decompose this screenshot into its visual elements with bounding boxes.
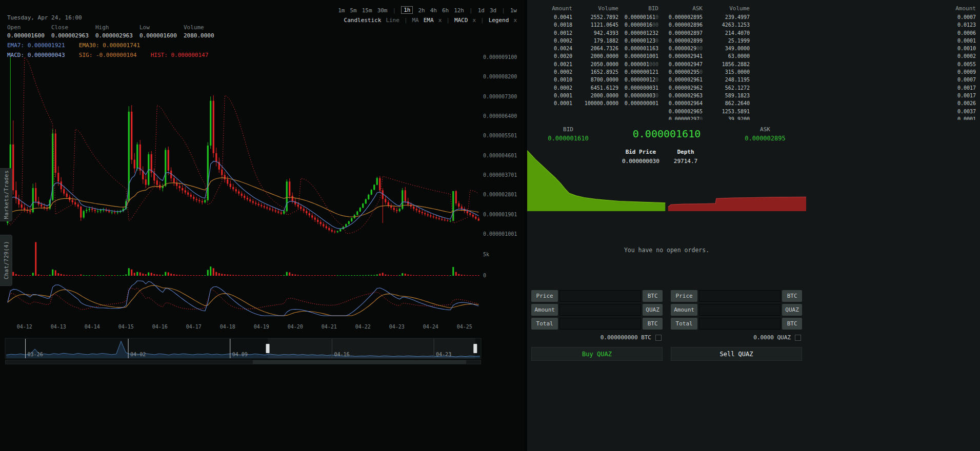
ask-amount-cell[interactable]: 0.0017 — [754, 84, 980, 92]
btc-balance[interactable]: 0.000000000 BTC — [601, 334, 651, 341]
bid-amount-cell[interactable]: 0.0002 — [527, 68, 576, 76]
bid-price-cell[interactable]: 0.000001000 — [623, 60, 663, 68]
remove-indicator-button[interactable]: x — [513, 17, 517, 24]
timeframe-button-12h[interactable]: 12h — [454, 7, 464, 14]
timeframe-button-15m[interactable]: 15m — [362, 7, 372, 14]
bid-price-cell[interactable]: 0.000001163 — [623, 45, 663, 52]
bid-amount-cell[interactable]: 0.0001 — [527, 92, 576, 99]
navigator-handle-left[interactable] — [266, 344, 270, 353]
bid-price-cell[interactable] — [623, 108, 663, 115]
ask-amount-cell[interactable]: 0.0009 — [754, 68, 980, 76]
bid-price-cell[interactable]: 0.000000121 — [623, 68, 663, 76]
sell-button[interactable]: Sell QUAZ — [671, 347, 802, 361]
buy-button[interactable]: Buy QUAZ — [531, 347, 663, 361]
ask-volume-cell[interactable]: 349.0000 — [707, 45, 754, 52]
buy-amount-input[interactable] — [559, 304, 641, 316]
bid-price-cell[interactable]: 0.000001232 — [623, 29, 663, 37]
ask-price-cell[interactable]: 0.000002899 — [663, 37, 707, 45]
chart-option-macd[interactable]: MACD — [454, 17, 468, 24]
ask-price-cell[interactable]: 0.000002950 — [663, 68, 707, 76]
ask-price-cell[interactable]: 0.000002896 — [663, 21, 707, 29]
sidebar-tab-chat[interactable]: Chat/729(4) — [0, 235, 12, 286]
chart-navigator[interactable]: 03-2604-0204-0904-1604-23 — [5, 338, 481, 359]
bid-amount-cell[interactable]: 0.0041 — [527, 13, 576, 21]
buy-price-input[interactable] — [559, 290, 641, 302]
ask-price-cell[interactable]: 0.000002962 — [663, 84, 707, 92]
bid-volume-cell[interactable]: 2000.0000 — [576, 92, 623, 99]
ask-volume-cell[interactable]: 315.0000 — [707, 68, 754, 76]
ask-amount-cell[interactable]: 0.0055 — [754, 60, 980, 68]
timeframe-button-1m[interactable]: 1m — [338, 7, 345, 14]
bid-volume-cell[interactable]: 2552.7892 — [576, 13, 623, 21]
ask-amount-cell[interactable]: 0.0026 — [754, 99, 980, 107]
ask-volume-cell[interactable]: 214.4070 — [707, 29, 754, 37]
bid-amount-cell[interactable]: 0.0024 — [527, 45, 576, 52]
bid-volume-cell[interactable]: 942.4393 — [576, 29, 623, 37]
timeframe-button-3d[interactable]: 3d — [490, 7, 496, 14]
timeframe-button-1h[interactable]: 1h — [401, 6, 413, 14]
bid-amount-cell[interactable]: 0.0018 — [527, 21, 576, 29]
chart-option-candlestick[interactable]: Candlestick — [344, 17, 382, 24]
chart-option-line[interactable]: Line — [386, 17, 399, 24]
remove-indicator-button[interactable]: x — [472, 17, 476, 24]
bid-amount-cell[interactable]: 0.0020 — [527, 52, 576, 60]
bid-volume-cell[interactable]: 2000.0000 — [576, 52, 623, 60]
ask-amount-cell[interactable]: 0.0001 — [754, 115, 980, 120]
bid-price-cell[interactable]: 0.000000001 — [623, 99, 663, 107]
timeframe-button-5m[interactable]: 5m — [350, 7, 357, 14]
bid-volume-cell[interactable]: 1652.8925 — [576, 68, 623, 76]
sidebar-tab-markets-trades[interactable]: Markets/Trades — [0, 168, 12, 221]
ask-amount-cell[interactable]: 0.0123 — [754, 21, 980, 29]
navigator-handle-right[interactable] — [473, 344, 477, 353]
ask-volume-cell[interactable]: 4263.1253 — [707, 21, 754, 29]
ask-price-cell[interactable]: 0.000002895 — [663, 13, 707, 21]
bid-price-cell[interactable]: 0.000000030 — [623, 92, 663, 99]
ask-amount-cell[interactable]: 0.0007 — [754, 76, 980, 84]
bid-amount-cell[interactable]: 0.0002 — [527, 84, 576, 92]
bid-price-cell[interactable]: 0.000001610 — [623, 13, 663, 21]
timeframe-button-30m[interactable]: 30m — [377, 7, 388, 14]
sell-total-input[interactable] — [699, 318, 781, 330]
ask-amount-cell[interactable]: 0.0010 — [754, 45, 980, 52]
ask-price-cell[interactable]: 0.000002965 — [663, 108, 707, 115]
bid-volume-cell[interactable]: 8700.0000 — [576, 76, 623, 84]
ask-price-cell[interactable]: 0.000002897 — [663, 29, 707, 37]
ask-volume-cell[interactable]: 25.1999 — [707, 37, 754, 45]
ask-volume-cell[interactable]: 1253.5891 — [707, 108, 754, 115]
bid-price-cell[interactable]: 0.000001600 — [623, 21, 663, 29]
ask-volume-cell[interactable]: 248.1195 — [707, 76, 754, 84]
chart-horizontal-scrollbar[interactable] — [5, 360, 481, 364]
bid-volume-cell[interactable] — [576, 115, 623, 120]
bid-price-cell[interactable]: 0.000000120 — [623, 76, 663, 84]
ask-volume-cell[interactable]: 63.0000 — [707, 52, 754, 60]
ask-volume-cell[interactable]: 39.9200 — [707, 115, 754, 120]
scrollbar-thumb[interactable] — [253, 360, 467, 364]
bid-price-cell[interactable]: 0.000001001 — [623, 52, 663, 60]
buy-max-checkbox[interactable] — [655, 335, 662, 341]
sell-amount-input[interactable] — [699, 304, 781, 316]
best-bid-price[interactable]: 0.000001610 — [527, 135, 609, 142]
ask-volume-cell[interactable]: 589.1823 — [707, 92, 754, 99]
bid-price-cell[interactable] — [623, 115, 663, 120]
ask-amount-cell[interactable]: 0.0002 — [754, 52, 980, 60]
bid-amount-cell[interactable] — [527, 115, 576, 120]
bid-amount-cell[interactable]: 0.0010 — [527, 76, 576, 84]
ask-price-cell[interactable]: 0.000002961 — [663, 76, 707, 84]
ask-volume-cell[interactable]: 562.1272 — [707, 84, 754, 92]
ask-price-cell[interactable]: 0.000002941 — [663, 52, 707, 60]
bid-amount-cell[interactable]: 0.0002 — [527, 37, 576, 45]
ask-price-cell[interactable]: 0.000002963 — [663, 92, 707, 99]
bid-volume-cell[interactable]: 2050.0000 — [576, 60, 623, 68]
ask-amount-cell[interactable]: 0.0006 — [754, 29, 980, 37]
ask-volume-cell[interactable]: 862.2640 — [707, 99, 754, 107]
best-ask-price[interactable]: 0.000002895 — [724, 135, 806, 142]
bid-amount-cell[interactable]: 0.0021 — [527, 60, 576, 68]
buy-total-input[interactable] — [559, 318, 641, 330]
ask-amount-cell[interactable]: 0.0001 — [754, 37, 980, 45]
bid-volume-cell[interactable]: 6451.6129 — [576, 84, 623, 92]
bid-amount-cell[interactable] — [527, 108, 576, 115]
bid-volume-cell[interactable]: 2064.7326 — [576, 45, 623, 52]
bid-amount-cell[interactable]: 0.0001 — [527, 99, 576, 107]
bid-price-cell[interactable]: 0.000001230 — [623, 37, 663, 45]
bid-price-cell[interactable]: 0.000000031 — [623, 84, 663, 92]
